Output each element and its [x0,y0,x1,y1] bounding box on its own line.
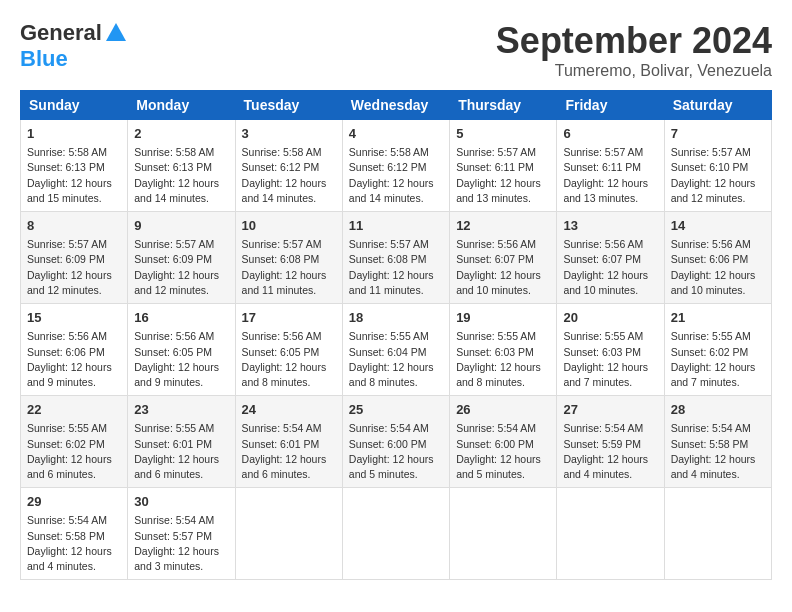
day-info: Sunrise: 5:54 AMSunset: 5:58 PMDaylight:… [671,421,765,482]
day-info: Sunrise: 5:54 AMSunset: 5:57 PMDaylight:… [134,513,228,574]
day-number: 20 [563,309,657,327]
day-info: Sunrise: 5:56 AMSunset: 6:05 PMDaylight:… [242,329,336,390]
day-number: 15 [27,309,121,327]
day-info: Sunrise: 5:55 AMSunset: 6:03 PMDaylight:… [456,329,550,390]
day-number: 28 [671,401,765,419]
calendar-cell [450,488,557,580]
day-info: Sunrise: 5:55 AMSunset: 6:02 PMDaylight:… [671,329,765,390]
calendar-cell: 18Sunrise: 5:55 AMSunset: 6:04 PMDayligh… [342,304,449,396]
day-number: 6 [563,125,657,143]
calendar-cell: 20Sunrise: 5:55 AMSunset: 6:03 PMDayligh… [557,304,664,396]
calendar-cell: 24Sunrise: 5:54 AMSunset: 6:01 PMDayligh… [235,396,342,488]
day-number: 17 [242,309,336,327]
day-number: 10 [242,217,336,235]
day-number: 29 [27,493,121,511]
day-info: Sunrise: 5:58 AMSunset: 6:13 PMDaylight:… [27,145,121,206]
calendar-cell: 29Sunrise: 5:54 AMSunset: 5:58 PMDayligh… [21,488,128,580]
day-number: 27 [563,401,657,419]
day-number: 18 [349,309,443,327]
day-number: 12 [456,217,550,235]
calendar-cell: 19Sunrise: 5:55 AMSunset: 6:03 PMDayligh… [450,304,557,396]
page-header: General Blue September 2024 Tumeremo, Bo… [20,20,772,80]
day-info: Sunrise: 5:54 AMSunset: 6:00 PMDaylight:… [349,421,443,482]
calendar-cell: 2Sunrise: 5:58 AMSunset: 6:13 PMDaylight… [128,120,235,212]
calendar-cell [235,488,342,580]
logo-icon [104,21,128,45]
day-number: 22 [27,401,121,419]
day-info: Sunrise: 5:58 AMSunset: 6:12 PMDaylight:… [242,145,336,206]
calendar-cell: 25Sunrise: 5:54 AMSunset: 6:00 PMDayligh… [342,396,449,488]
logo-blue-text: Blue [20,46,68,72]
calendar-cell: 1Sunrise: 5:58 AMSunset: 6:13 PMDaylight… [21,120,128,212]
day-number: 8 [27,217,121,235]
day-info: Sunrise: 5:56 AMSunset: 6:07 PMDaylight:… [563,237,657,298]
day-info: Sunrise: 5:56 AMSunset: 6:06 PMDaylight:… [27,329,121,390]
calendar-cell: 12Sunrise: 5:56 AMSunset: 6:07 PMDayligh… [450,212,557,304]
day-info: Sunrise: 5:57 AMSunset: 6:09 PMDaylight:… [134,237,228,298]
day-info: Sunrise: 5:57 AMSunset: 6:11 PMDaylight:… [456,145,550,206]
calendar-cell: 22Sunrise: 5:55 AMSunset: 6:02 PMDayligh… [21,396,128,488]
day-info: Sunrise: 5:58 AMSunset: 6:12 PMDaylight:… [349,145,443,206]
day-info: Sunrise: 5:57 AMSunset: 6:08 PMDaylight:… [242,237,336,298]
day-info: Sunrise: 5:54 AMSunset: 6:00 PMDaylight:… [456,421,550,482]
calendar-cell: 26Sunrise: 5:54 AMSunset: 6:00 PMDayligh… [450,396,557,488]
day-number: 25 [349,401,443,419]
day-info: Sunrise: 5:57 AMSunset: 6:09 PMDaylight:… [27,237,121,298]
calendar-cell: 14Sunrise: 5:56 AMSunset: 6:06 PMDayligh… [664,212,771,304]
day-number: 5 [456,125,550,143]
day-info: Sunrise: 5:55 AMSunset: 6:01 PMDaylight:… [134,421,228,482]
day-info: Sunrise: 5:57 AMSunset: 6:10 PMDaylight:… [671,145,765,206]
svg-marker-0 [106,23,126,41]
day-info: Sunrise: 5:54 AMSunset: 5:59 PMDaylight:… [563,421,657,482]
day-number: 23 [134,401,228,419]
day-number: 9 [134,217,228,235]
day-number: 13 [563,217,657,235]
calendar-cell: 21Sunrise: 5:55 AMSunset: 6:02 PMDayligh… [664,304,771,396]
location-text: Tumeremo, Bolivar, Venezuela [496,62,772,80]
day-info: Sunrise: 5:56 AMSunset: 6:05 PMDaylight:… [134,329,228,390]
calendar-cell: 3Sunrise: 5:58 AMSunset: 6:12 PMDaylight… [235,120,342,212]
calendar-cell: 30Sunrise: 5:54 AMSunset: 5:57 PMDayligh… [128,488,235,580]
day-info: Sunrise: 5:54 AMSunset: 6:01 PMDaylight:… [242,421,336,482]
day-info: Sunrise: 5:56 AMSunset: 6:07 PMDaylight:… [456,237,550,298]
day-number: 16 [134,309,228,327]
calendar-cell [342,488,449,580]
day-info: Sunrise: 5:57 AMSunset: 6:11 PMDaylight:… [563,145,657,206]
calendar-cell: 11Sunrise: 5:57 AMSunset: 6:08 PMDayligh… [342,212,449,304]
calendar-cell: 17Sunrise: 5:56 AMSunset: 6:05 PMDayligh… [235,304,342,396]
title-section: September 2024 Tumeremo, Bolivar, Venezu… [496,20,772,80]
day-number: 30 [134,493,228,511]
calendar-cell: 16Sunrise: 5:56 AMSunset: 6:05 PMDayligh… [128,304,235,396]
month-title: September 2024 [496,20,772,62]
logo: General Blue [20,20,128,72]
day-number: 11 [349,217,443,235]
day-number: 7 [671,125,765,143]
day-info: Sunrise: 5:57 AMSunset: 6:08 PMDaylight:… [349,237,443,298]
day-number: 14 [671,217,765,235]
day-number: 4 [349,125,443,143]
weekday-header-thursday: Thursday [450,91,557,120]
day-number: 26 [456,401,550,419]
calendar-cell: 23Sunrise: 5:55 AMSunset: 6:01 PMDayligh… [128,396,235,488]
day-number: 2 [134,125,228,143]
weekday-header-sunday: Sunday [21,91,128,120]
weekday-header-monday: Monday [128,91,235,120]
day-info: Sunrise: 5:54 AMSunset: 5:58 PMDaylight:… [27,513,121,574]
calendar-cell: 8Sunrise: 5:57 AMSunset: 6:09 PMDaylight… [21,212,128,304]
day-info: Sunrise: 5:56 AMSunset: 6:06 PMDaylight:… [671,237,765,298]
day-number: 3 [242,125,336,143]
calendar-cell: 15Sunrise: 5:56 AMSunset: 6:06 PMDayligh… [21,304,128,396]
calendar-cell: 6Sunrise: 5:57 AMSunset: 6:11 PMDaylight… [557,120,664,212]
weekday-header-tuesday: Tuesday [235,91,342,120]
day-info: Sunrise: 5:55 AMSunset: 6:03 PMDaylight:… [563,329,657,390]
calendar-cell: 5Sunrise: 5:57 AMSunset: 6:11 PMDaylight… [450,120,557,212]
calendar-cell: 7Sunrise: 5:57 AMSunset: 6:10 PMDaylight… [664,120,771,212]
day-number: 21 [671,309,765,327]
calendar-cell [664,488,771,580]
calendar-cell: 28Sunrise: 5:54 AMSunset: 5:58 PMDayligh… [664,396,771,488]
calendar-table: SundayMondayTuesdayWednesdayThursdayFrid… [20,90,772,580]
day-info: Sunrise: 5:55 AMSunset: 6:04 PMDaylight:… [349,329,443,390]
calendar-cell: 27Sunrise: 5:54 AMSunset: 5:59 PMDayligh… [557,396,664,488]
weekday-header-saturday: Saturday [664,91,771,120]
calendar-cell: 10Sunrise: 5:57 AMSunset: 6:08 PMDayligh… [235,212,342,304]
